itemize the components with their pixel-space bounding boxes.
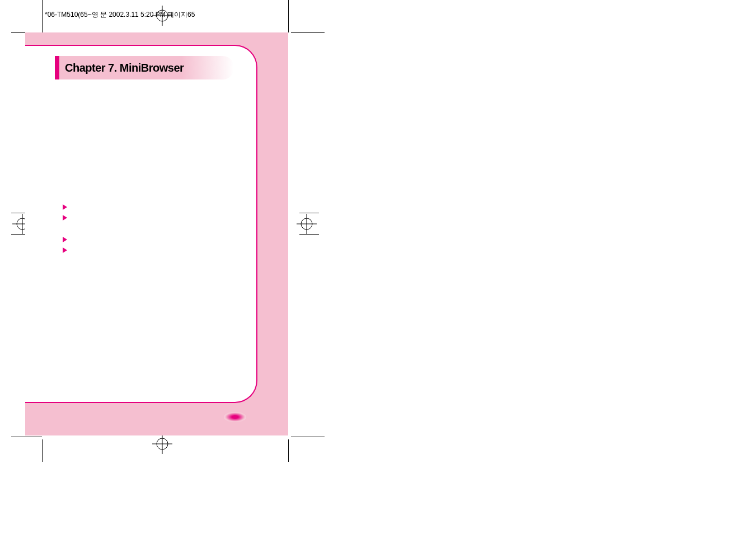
crop-mark xyxy=(288,439,289,462)
registration-mark-icon xyxy=(297,214,317,234)
registration-mark-icon xyxy=(152,6,172,26)
crop-mark xyxy=(42,439,43,462)
document-page: *06-TM510(65~영 문 2002.3.11 5:20 PM 페이지65… xyxy=(11,0,325,459)
triangle-bullet-icon xyxy=(63,204,67,210)
triangle-bullet-icon xyxy=(63,237,67,242)
triangle-bullet-icon xyxy=(63,215,67,221)
chapter-title: Chapter 7. MiniBrowser xyxy=(65,62,184,74)
crop-mark xyxy=(288,0,289,32)
crop-mark xyxy=(42,0,43,32)
crop-mark xyxy=(291,32,325,33)
content-panel xyxy=(25,45,257,403)
page-indicator-icon xyxy=(224,412,246,422)
registration-mark-icon xyxy=(152,434,172,454)
crop-mark xyxy=(291,437,325,437)
document-header-text: *06-TM510(65~영 문 2002.3.11 5:20 PM 페이지65 xyxy=(45,10,195,20)
chapter-title-tab: Chapter 7. MiniBrowser xyxy=(55,56,234,79)
bullet-list xyxy=(63,204,67,258)
crop-mark xyxy=(11,437,42,437)
crop-mark xyxy=(299,213,319,213)
crop-mark xyxy=(299,234,319,235)
triangle-bullet-icon xyxy=(63,247,67,253)
